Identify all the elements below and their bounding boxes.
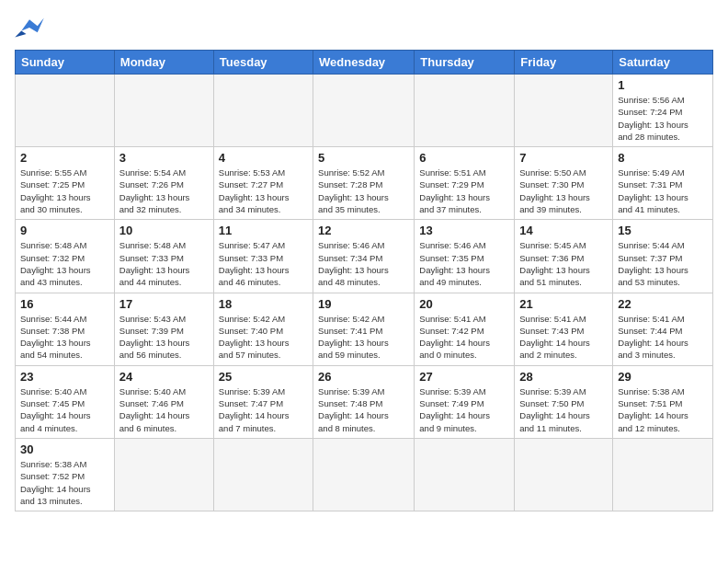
calendar-cell: 20Sunrise: 5:41 AM Sunset: 7:42 PM Dayli… (415, 293, 515, 365)
calendar-cell: 14Sunrise: 5:45 AM Sunset: 7:36 PM Dayli… (515, 220, 613, 293)
weekday-header-saturday: Saturday (613, 51, 713, 75)
day-number: 18 (219, 297, 308, 311)
day-info: Sunrise: 5:43 AM Sunset: 7:39 PM Dayligh… (119, 313, 209, 362)
day-info: Sunrise: 5:42 AM Sunset: 7:41 PM Dayligh… (318, 313, 409, 362)
calendar-week-row: 23Sunrise: 5:40 AM Sunset: 7:45 PM Dayli… (16, 365, 713, 438)
day-number: 9 (20, 224, 109, 237)
calendar-cell (415, 438, 515, 511)
calendar-cell: 6Sunrise: 5:51 AM Sunset: 7:29 PM Daylig… (415, 147, 515, 220)
day-info: Sunrise: 5:40 AM Sunset: 7:45 PM Dayligh… (20, 385, 109, 434)
day-info: Sunrise: 5:39 AM Sunset: 7:50 PM Dayligh… (519, 385, 608, 434)
day-info: Sunrise: 5:48 AM Sunset: 7:32 PM Dayligh… (20, 239, 109, 288)
logo-area (15, 15, 48, 40)
day-number: 17 (119, 297, 209, 311)
calendar-cell: 29Sunrise: 5:38 AM Sunset: 7:51 PM Dayli… (613, 365, 713, 438)
day-number: 16 (20, 297, 109, 311)
day-number: 28 (519, 370, 608, 384)
calendar-cell: 25Sunrise: 5:39 AM Sunset: 7:47 PM Dayli… (213, 365, 313, 438)
calendar-cell (515, 438, 613, 511)
weekday-header-monday: Monday (114, 51, 213, 75)
calendar-cell (313, 438, 415, 511)
calendar-cell (613, 438, 713, 511)
page: SundayMondayTuesdayWednesdayThursdayFrid… (0, 0, 728, 521)
calendar-cell (213, 438, 313, 511)
day-number: 6 (419, 151, 509, 165)
day-number: 22 (618, 297, 708, 311)
day-info: Sunrise: 5:53 AM Sunset: 7:27 PM Dayligh… (219, 167, 308, 215)
calendar-table: SundayMondayTuesdayWednesdayThursdayFrid… (15, 50, 713, 511)
calendar-cell (515, 75, 613, 147)
logo-bird-icon (15, 15, 44, 40)
day-number: 15 (618, 224, 708, 237)
calendar-cell: 22Sunrise: 5:41 AM Sunset: 7:44 PM Dayli… (613, 293, 713, 365)
day-number: 29 (618, 370, 708, 384)
day-number: 20 (419, 297, 509, 311)
day-info: Sunrise: 5:52 AM Sunset: 7:28 PM Dayligh… (318, 167, 409, 215)
day-info: Sunrise: 5:47 AM Sunset: 7:33 PM Dayligh… (219, 239, 308, 288)
day-info: Sunrise: 5:39 AM Sunset: 7:48 PM Dayligh… (318, 385, 409, 434)
day-number: 14 (519, 224, 608, 237)
calendar-week-row: 2Sunrise: 5:55 AM Sunset: 7:25 PM Daylig… (16, 147, 713, 220)
day-info: Sunrise: 5:44 AM Sunset: 7:37 PM Dayligh… (618, 239, 708, 288)
calendar-cell: 28Sunrise: 5:39 AM Sunset: 7:50 PM Dayli… (515, 365, 613, 438)
svg-marker-0 (21, 18, 44, 33)
calendar-cell: 7Sunrise: 5:50 AM Sunset: 7:30 PM Daylig… (515, 147, 613, 220)
calendar-week-row: 16Sunrise: 5:44 AM Sunset: 7:38 PM Dayli… (16, 293, 713, 365)
day-number: 10 (119, 224, 209, 237)
calendar-header-row: SundayMondayTuesdayWednesdayThursdayFrid… (16, 51, 713, 75)
calendar-cell: 1Sunrise: 5:56 AM Sunset: 7:24 PM Daylig… (613, 75, 713, 147)
weekday-header-tuesday: Tuesday (213, 51, 313, 75)
day-info: Sunrise: 5:40 AM Sunset: 7:46 PM Dayligh… (119, 385, 209, 434)
calendar-cell: 8Sunrise: 5:49 AM Sunset: 7:31 PM Daylig… (613, 147, 713, 220)
day-number: 3 (119, 151, 209, 165)
day-info: Sunrise: 5:41 AM Sunset: 7:42 PM Dayligh… (419, 313, 509, 362)
calendar-cell: 2Sunrise: 5:55 AM Sunset: 7:25 PM Daylig… (16, 147, 115, 220)
calendar-cell: 15Sunrise: 5:44 AM Sunset: 7:37 PM Dayli… (613, 220, 713, 293)
calendar-cell: 3Sunrise: 5:54 AM Sunset: 7:26 PM Daylig… (114, 147, 213, 220)
calendar-cell (313, 75, 415, 147)
day-number: 7 (519, 151, 608, 165)
day-info: Sunrise: 5:38 AM Sunset: 7:51 PM Dayligh… (618, 385, 708, 434)
calendar-cell: 9Sunrise: 5:48 AM Sunset: 7:32 PM Daylig… (16, 220, 115, 293)
calendar-cell: 26Sunrise: 5:39 AM Sunset: 7:48 PM Dayli… (313, 365, 415, 438)
weekday-header-thursday: Thursday (415, 51, 515, 75)
day-info: Sunrise: 5:39 AM Sunset: 7:49 PM Dayligh… (419, 385, 509, 434)
day-info: Sunrise: 5:38 AM Sunset: 7:52 PM Dayligh… (20, 458, 109, 507)
calendar-cell: 19Sunrise: 5:42 AM Sunset: 7:41 PM Dayli… (313, 293, 415, 365)
calendar-cell: 27Sunrise: 5:39 AM Sunset: 7:49 PM Dayli… (415, 365, 515, 438)
day-info: Sunrise: 5:50 AM Sunset: 7:30 PM Dayligh… (519, 167, 608, 215)
day-number: 5 (318, 151, 409, 165)
day-number: 19 (318, 297, 409, 311)
day-number: 30 (20, 442, 109, 456)
calendar-cell: 4Sunrise: 5:53 AM Sunset: 7:27 PM Daylig… (213, 147, 313, 220)
calendar-cell: 21Sunrise: 5:41 AM Sunset: 7:43 PM Dayli… (515, 293, 613, 365)
day-info: Sunrise: 5:44 AM Sunset: 7:38 PM Dayligh… (20, 313, 109, 362)
day-number: 11 (219, 224, 308, 237)
day-info: Sunrise: 5:42 AM Sunset: 7:40 PM Dayligh… (219, 313, 308, 362)
calendar-cell: 16Sunrise: 5:44 AM Sunset: 7:38 PM Dayli… (16, 293, 115, 365)
calendar-cell (114, 438, 213, 511)
calendar-week-row: 1Sunrise: 5:56 AM Sunset: 7:24 PM Daylig… (16, 75, 713, 147)
day-info: Sunrise: 5:46 AM Sunset: 7:35 PM Dayligh… (419, 239, 509, 288)
day-info: Sunrise: 5:55 AM Sunset: 7:25 PM Dayligh… (20, 167, 109, 215)
day-number: 8 (618, 151, 708, 165)
calendar-cell: 24Sunrise: 5:40 AM Sunset: 7:46 PM Dayli… (114, 365, 213, 438)
day-number: 25 (219, 370, 308, 384)
weekday-header-sunday: Sunday (16, 51, 115, 75)
calendar-cell: 30Sunrise: 5:38 AM Sunset: 7:52 PM Dayli… (16, 438, 115, 511)
day-number: 21 (519, 297, 608, 311)
day-number: 4 (219, 151, 308, 165)
day-number: 26 (318, 370, 409, 384)
day-info: Sunrise: 5:51 AM Sunset: 7:29 PM Dayligh… (419, 167, 509, 215)
calendar-cell (213, 75, 313, 147)
day-number: 2 (20, 151, 109, 165)
calendar-week-row: 30Sunrise: 5:38 AM Sunset: 7:52 PM Dayli… (16, 438, 713, 511)
day-info: Sunrise: 5:39 AM Sunset: 7:47 PM Dayligh… (219, 385, 308, 434)
svg-marker-1 (15, 31, 26, 38)
day-info: Sunrise: 5:54 AM Sunset: 7:26 PM Dayligh… (119, 167, 209, 215)
day-number: 27 (419, 370, 509, 384)
calendar-cell: 13Sunrise: 5:46 AM Sunset: 7:35 PM Dayli… (415, 220, 515, 293)
header (15, 15, 713, 40)
weekday-header-wednesday: Wednesday (313, 51, 415, 75)
logo (15, 15, 48, 40)
